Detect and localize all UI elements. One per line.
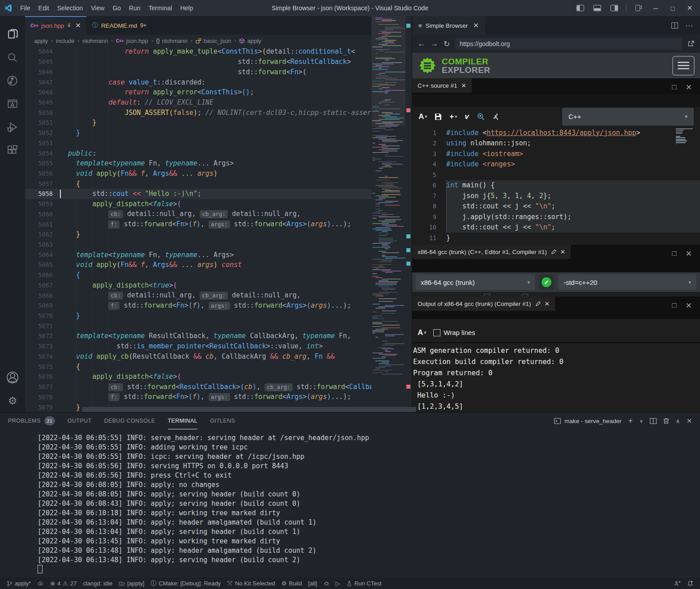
gb-code-line-6[interactable]: 6int main() { xyxy=(412,180,700,191)
kill-terminal-icon[interactable] xyxy=(663,418,669,424)
menu-go[interactable]: Go xyxy=(108,3,125,13)
search-plus-icon[interactable] xyxy=(477,113,485,121)
terminal-output[interactable]: [2022-04-30 06:05:55] INFO: serve_header… xyxy=(0,429,700,577)
code-line-5050[interactable]: 5050 JSON_ASSERT(false); // NOLINT(cert-… xyxy=(25,107,412,118)
gb-code-line-9[interactable]: 9 j.apply(std::ranges::sort); xyxy=(412,212,700,222)
minimap[interactable] xyxy=(371,16,405,406)
breadcrumb-nlohmann[interactable]: nlohmann xyxy=(82,38,108,44)
panel-tab-problems[interactable]: PROBLEMS31 xyxy=(8,413,55,429)
code-editor[interactable]: 5044 return apply_make_tuple<ConstThis>(… xyxy=(25,47,412,412)
add-pane-icon[interactable]: +▾ xyxy=(449,112,457,121)
code-line-5048[interactable]: 5048 return apply_error<ConstThis>(); xyxy=(25,87,412,97)
godbolt-editor[interactable]: 1#include <https://localhost:8443/apply/… xyxy=(412,126,700,245)
code-line-5074[interactable]: 5074 void apply_cb(ResultCallback && cb,… xyxy=(25,352,412,362)
status-feedback[interactable] xyxy=(671,581,684,587)
code-line-5065[interactable]: 5065 void apply(Fn&& f, Args&& ... args)… xyxy=(25,260,412,270)
code-line-5055[interactable]: 5055 template<typename Fn, typename... A… xyxy=(25,158,412,169)
code-line-5062[interactable]: 5062 } xyxy=(25,229,412,240)
breadcrumb-basic_json[interactable]: basic_json xyxy=(196,38,231,44)
rename-pencil-icon[interactable] xyxy=(551,249,556,254)
code-line-5067[interactable]: 5067 apply_dispatch<true>( xyxy=(25,280,412,291)
status-launch-target[interactable]: ▷ xyxy=(333,577,343,589)
close-icon[interactable]: ✕ xyxy=(473,21,479,30)
gb-code-line-2[interactable]: 2using nlohmann::json; xyxy=(412,138,700,149)
status-cmake-status[interactable]: ⓘCMake: [Debug]: Ready xyxy=(148,577,224,589)
save-icon[interactable] xyxy=(435,113,442,120)
maximize-pane-icon[interactable]: □ xyxy=(672,249,676,258)
menu-help[interactable]: Help xyxy=(176,3,197,13)
tab-output[interactable]: Output of x86-64 gcc (trunk) (Compiler #… xyxy=(412,297,555,311)
status-git-branch[interactable]: apply* xyxy=(4,577,34,589)
maximize-pane-icon[interactable]: □ xyxy=(672,301,676,310)
close-button[interactable]: ✕ xyxy=(682,1,697,15)
new-terminal-icon[interactable]: + xyxy=(628,416,633,425)
tab-cpp-source[interactable]: C++ source #1 ✕ xyxy=(412,78,472,93)
code-line-5066[interactable]: 5066 { xyxy=(25,270,412,280)
hamburger-menu-icon[interactable] xyxy=(672,56,695,76)
code-line-5052[interactable]: 5052 } xyxy=(25,128,412,138)
horizontal-scrollbar[interactable] xyxy=(82,407,416,412)
code-line-5064[interactable]: 5064 template<typename Fn, typename... A… xyxy=(25,250,412,260)
gb-code-line-1[interactable]: 1#include <https://localhost:8443/apply/… xyxy=(412,127,700,138)
close-pane-icon[interactable]: ✕ xyxy=(686,301,692,310)
tab-simple-browser[interactable]: ≡ Simple Browser ✕ xyxy=(412,16,485,35)
status-debug-target[interactable] xyxy=(320,577,333,589)
code-line-5069[interactable]: 5069 f: std::forward<Fn>(f), args: std::… xyxy=(25,301,412,311)
gb-code-line-8[interactable]: 8 std::cout << j << "\n"; xyxy=(412,201,700,212)
activity-source-control[interactable] xyxy=(0,69,25,92)
libs-dropdown-icon[interactable]: ▾ xyxy=(688,280,691,285)
vim-mode-icon[interactable]: v xyxy=(465,112,469,121)
terminal-dropdown-icon[interactable]: ∨ xyxy=(640,418,643,424)
status-cmake-target[interactable]: [all] xyxy=(305,577,320,589)
code-line-5057[interactable]: 5057 { xyxy=(25,178,412,189)
maximize-button[interactable]: □ xyxy=(665,1,680,15)
language-select[interactable]: C++ ▾ xyxy=(562,108,694,126)
breadcrumb-json.hpp[interactable]: C++json.hpp xyxy=(116,38,148,44)
code-line-5051[interactable]: 5051 } xyxy=(25,118,412,128)
layout-sidebar-icon[interactable] xyxy=(572,1,588,15)
close-icon[interactable]: ✕ xyxy=(75,21,81,30)
open-external-icon[interactable] xyxy=(687,40,695,47)
compiler-select[interactable]: x86-64 gcc (trunk) ▾ xyxy=(416,275,535,290)
tab-README.md[interactable]: ⓘREADME.md9+ xyxy=(87,16,153,35)
back-icon[interactable]: ← xyxy=(418,39,425,48)
status-problems[interactable]: ⊗4⚠27 xyxy=(47,577,80,589)
code-line-5063[interactable]: 5063 xyxy=(25,240,412,250)
code-line-5045[interactable]: 5045 std::forward<ResultCallback> xyxy=(25,57,412,67)
close-pane-icon[interactable]: ✕ xyxy=(686,83,692,92)
code-line-5059[interactable]: 5059 apply_dispatch<false>( xyxy=(25,199,412,209)
code-line-5061[interactable]: 5061 f: std::forward<Fn>(f), args: std::… xyxy=(25,219,412,229)
code-line-5077[interactable]: 5077 cb: std::forward<ResultCallback>(cb… xyxy=(25,382,412,392)
code-line-5071[interactable]: 5071 xyxy=(25,321,412,331)
split-editor-icon[interactable] xyxy=(671,22,678,29)
code-line-5060[interactable]: 5060 cb: detail::null_arg, cb_arg: detai… xyxy=(25,209,412,220)
compiler-options-input[interactable]: -std=c++20 ▾ xyxy=(558,275,696,290)
status-run-ctest[interactable]: Run CTest xyxy=(343,577,385,589)
quick-bench-icon[interactable] xyxy=(492,113,499,120)
close-pane-icon[interactable]: ✕ xyxy=(686,249,692,258)
overview-ruler[interactable] xyxy=(405,16,412,406)
code-line-5078[interactable]: 5078 f: std::forward<Fn>(f), args: std::… xyxy=(25,392,412,402)
code-line-5056[interactable]: 5056 void apply(Fn&& f, Args&& ... args) xyxy=(25,169,412,179)
close-panel-icon[interactable]: ✕ xyxy=(687,417,692,424)
gb-code-line-5[interactable]: 5 xyxy=(412,169,700,180)
layout-secondary-sidebar-icon[interactable] xyxy=(606,1,622,15)
reload-icon[interactable]: ↻ xyxy=(444,39,450,49)
checkbox-icon[interactable] xyxy=(433,329,440,336)
status-clangd-status[interactable]: clangd: idle xyxy=(80,577,115,589)
menu-edit[interactable]: Edit xyxy=(34,3,53,13)
code-line-5046[interactable]: 5046 std::forward<Fn>( xyxy=(25,67,412,77)
menu-view[interactable]: View xyxy=(87,3,108,13)
breadcrumb-include[interactable]: include xyxy=(56,38,74,44)
gb-code-line-11[interactable]: 11} xyxy=(412,233,700,243)
code-line-5053[interactable]: 5053 xyxy=(25,138,412,148)
activity-preview-window[interactable] xyxy=(0,92,25,115)
breadcrumb-apply[interactable]: apply xyxy=(34,38,48,44)
status-cmake-folder[interactable]: [apply] xyxy=(115,577,147,589)
gb-code-line-10[interactable]: 10 std::cout << j << "\n"; xyxy=(412,222,700,233)
menu-selection[interactable]: Selection xyxy=(53,3,87,13)
maximize-panel-icon[interactable]: ∧ xyxy=(676,418,680,424)
breadcrumb-apply[interactable]: apply xyxy=(239,38,261,44)
gb-code-line-3[interactable]: 3#include <iostream> xyxy=(412,148,700,159)
code-line-5047[interactable]: 5047 case value_t::discarded: xyxy=(25,77,412,87)
